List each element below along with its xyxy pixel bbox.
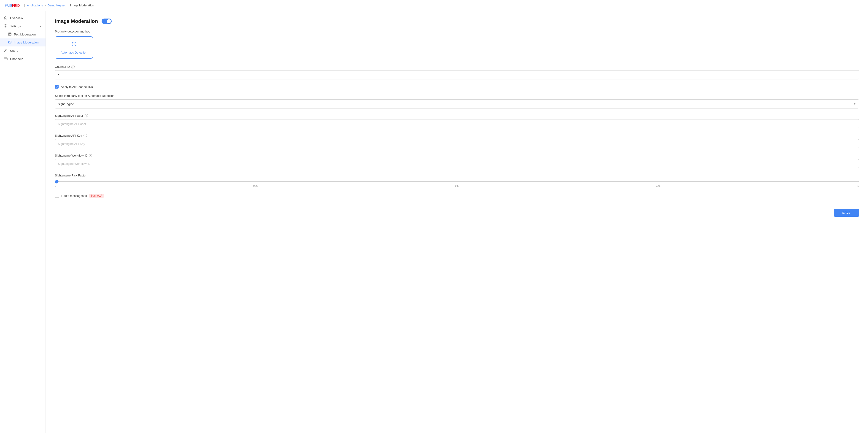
tick-025: 0.25 [253,184,258,187]
settings-expand-icon: ▲ [39,25,42,28]
select-tool-label: Select third party tool for Automatic De… [55,94,859,97]
home-icon [4,16,8,20]
text-mod-icon [8,32,11,36]
workflow-id-section: Sightengine Workflow ID ℹ [55,154,859,168]
page-title: Image Moderation [55,18,98,24]
page-header: Image Moderation [55,18,859,24]
overview-label: Overview [10,16,23,20]
api-user-input[interactable] [55,119,859,128]
sidebar-item-channels[interactable]: Channels [0,55,45,63]
profanity-label: Profanity detection method [55,30,859,33]
image-moderation-toggle[interactable] [101,19,112,24]
apply-all-label: Apply to All Channel IDs [61,85,93,89]
method-cards: Automatic Detection [55,36,859,59]
settings-gear-icon [4,24,7,28]
tick-0: 0 [55,184,56,187]
risk-factor-section: Sightengine Risk Factor 0 0.25 0.5 0.75 … [55,174,859,187]
apply-all-row: Apply to All Channel IDs [55,85,859,89]
apply-all-checkbox[interactable] [55,85,59,89]
sidebar-item-users[interactable]: Users [0,47,45,55]
tick-05: 0.5 [455,184,459,187]
risk-factor-slider-wrapper [55,179,859,183]
route-checkbox[interactable] [55,194,59,198]
svg-point-7 [5,49,6,51]
image-moderation-label: Image Moderation [14,41,39,44]
svg-point-0 [5,25,6,27]
users-icon [4,49,8,53]
risk-factor-slider[interactable] [55,181,859,182]
sidebar-item-overview[interactable]: Overview [0,14,45,22]
breadcrumb-sep-1: | [24,4,25,7]
svg-point-10 [5,59,5,60]
text-moderation-label: Text Moderation [14,33,36,36]
breadcrumb-applications[interactable]: Applications [27,4,43,7]
select-tool-wrapper: SightEngine ▼ [55,99,859,109]
channel-id-input[interactable] [55,70,859,80]
api-key-input[interactable] [55,139,859,148]
slider-ticks: 0 0.25 0.5 0.75 1 [55,184,859,187]
route-label: Route messages to [61,194,87,197]
api-user-label: Sightengine API User ℹ [55,114,859,117]
sidebar-item-text-moderation[interactable]: Text Moderation [0,30,45,38]
save-button[interactable]: SAVE [834,209,859,217]
automatic-detection-card[interactable]: Automatic Detection [55,36,93,59]
users-label: Users [10,49,18,53]
workflow-id-info-icon[interactable]: ℹ [89,154,92,157]
select-tool-section: Select third party tool for Automatic De… [55,94,859,109]
banned-tag: banned.* [89,194,104,198]
breadcrumb-arrow-1: › [45,4,46,7]
channel-id-info-icon[interactable]: ℹ [71,65,74,68]
content-area: Image Moderation Profanity detection met… [46,11,868,433]
auto-detect-label: Automatic Detection [61,51,87,54]
sidebar: Overview Settings ▲ Text Moder [0,11,46,433]
workflow-id-input[interactable] [55,159,859,168]
api-user-section: Sightengine API User ℹ [55,114,859,128]
main-layout: Overview Settings ▲ Text Moder [0,11,868,433]
channels-label: Channels [10,57,23,61]
tick-1: 1 [858,184,859,187]
settings-label: Settings [10,25,21,28]
breadcrumb-demo-keyset[interactable]: Demo Keyset [48,4,65,7]
select-tool-dropdown[interactable]: SightEngine [55,99,859,109]
risk-factor-label: Sightengine Risk Factor [55,174,859,177]
svg-point-12 [73,43,75,45]
image-mod-icon [8,40,11,44]
workflow-id-label: Sightengine Workflow ID ℹ [55,154,859,157]
logo: PubNub [5,3,20,8]
breadcrumb-arrow-2: › [67,4,68,7]
breadcrumb-current: Image Moderation [70,4,94,7]
channel-id-section: Channel ID ℹ [55,65,859,80]
channel-id-label: Channel ID ℹ [55,65,859,68]
route-messages-row: Route messages to banned.* [55,194,859,198]
channels-icon [4,57,8,61]
profanity-detection-section: Profanity detection method Automatic Det… [55,30,859,59]
api-user-info-icon[interactable]: ℹ [85,114,88,117]
top-nav: PubNub | Applications › Demo Keyset › Im… [0,0,868,11]
save-btn-row: SAVE [55,205,859,217]
sidebar-item-image-moderation[interactable]: Image Moderation [0,38,45,47]
tick-075: 0.75 [656,184,660,187]
api-key-section: Sightengine API Key ℹ [55,134,859,148]
sidebar-settings[interactable]: Settings ▲ [0,22,45,30]
api-key-info-icon[interactable]: ℹ [84,134,87,137]
svg-rect-8 [4,58,7,60]
api-key-label: Sightengine API Key ℹ [55,134,859,137]
auto-detect-icon [71,41,77,49]
